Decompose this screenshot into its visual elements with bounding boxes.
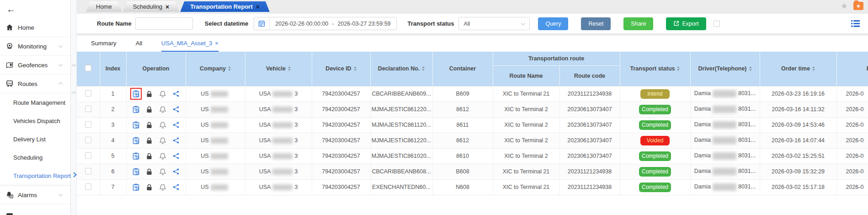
subtab-all[interactable]: All (136, 36, 142, 52)
cell-container: B609 (432, 86, 493, 102)
sort-icon[interactable] (228, 66, 231, 71)
query-button[interactable]: Query (538, 17, 568, 30)
cell-end-truncated: 2026-0 (836, 86, 868, 102)
report-icon[interactable] (132, 105, 140, 113)
sidebar-item-routes[interactable]: Routes (0, 75, 70, 93)
close-icon[interactable]: × (165, 4, 169, 10)
col-header-select[interactable] (77, 52, 100, 86)
lock-icon[interactable] (145, 136, 153, 145)
transport-status-select[interactable]: All (458, 17, 530, 30)
bell-icon[interactable] (159, 152, 166, 160)
report-icon[interactable] (132, 183, 140, 191)
redacted-text (211, 153, 228, 159)
sidebar-item-route-management[interactable]: Route Management (0, 93, 70, 112)
cell-device-id: 794203004257 (312, 148, 370, 164)
sidebar-item-delivery-list[interactable]: Delivery List (0, 130, 70, 148)
report-icon[interactable] (132, 152, 140, 160)
export-button[interactable]: Export (666, 17, 706, 30)
col-header-declaration-no[interactable]: Declaration No. (370, 52, 432, 86)
sidebar-item-vehicles-dispatch[interactable]: Vehicles Dispatch (0, 112, 70, 130)
tab-scheduling[interactable]: Scheduling × (123, 1, 180, 12)
subtab-usa-mia-asset-3[interactable]: USA_MIA_Asset_3 × (161, 36, 218, 52)
row-checkbox[interactable] (85, 106, 91, 112)
lock-icon[interactable] (145, 183, 153, 191)
sort-icon[interactable] (354, 66, 357, 71)
calendar-icon[interactable] (254, 17, 270, 30)
sidebar-item-transportation-report[interactable]: Transportation Report (0, 167, 70, 185)
sidebar-item-home[interactable]: Home (0, 18, 70, 37)
lock-icon[interactable] (145, 90, 153, 98)
share-icon[interactable] (172, 105, 180, 113)
row-checkbox[interactable] (85, 183, 91, 190)
row-checkbox[interactable] (85, 90, 91, 97)
table-row: 5USUSA3794203004257MJMAJESTIC861020...86… (77, 148, 868, 164)
share-icon[interactable] (172, 167, 180, 176)
sidebar-collapse-handle[interactable] (71, 172, 76, 177)
cell-order-time: 2026-03-02 15:17:18 (760, 179, 836, 195)
cell-declaration-no: EXENCHANTEDN60... (370, 179, 432, 195)
col-header-driver[interactable]: Driver(Telephone) (690, 52, 760, 86)
sidebar-item-alarms[interactable]: Alarms (0, 185, 70, 204)
splitter-chevron-down-icon[interactable] (72, 62, 76, 67)
list-view-icon[interactable] (851, 20, 860, 27)
col-header-vehicle[interactable]: Vehicle (245, 52, 312, 86)
splitter-chevron-up-icon[interactable] (72, 91, 76, 96)
row-checkbox[interactable] (85, 137, 91, 143)
sidebar-item-monitoring[interactable]: Monitoring (0, 37, 70, 56)
col-header-transport-status[interactable]: Transport status (620, 52, 690, 86)
subtab-summary[interactable]: Summary (91, 36, 117, 52)
close-icon[interactable]: × (215, 40, 218, 46)
export-label: Export (682, 21, 698, 27)
share-icon[interactable] (172, 121, 180, 129)
col-header-company[interactable]: Company (186, 52, 245, 86)
sidebar-item-geofences[interactable]: Geofences (0, 56, 70, 75)
report-icon[interactable] (132, 121, 140, 129)
bell-icon[interactable] (159, 90, 166, 98)
favorites-folder-icon[interactable]: ★ (853, 2, 863, 10)
sort-icon[interactable] (812, 66, 815, 71)
datetime-range-value[interactable]: 2026-02-26 00:00:00 - 2026-03-27 23:59:5… (270, 21, 396, 27)
back-arrow-icon[interactable]: ← (6, 5, 16, 14)
sort-icon[interactable] (288, 66, 291, 71)
bell-icon[interactable] (159, 183, 166, 191)
star-icon[interactable]: ★ (841, 2, 848, 10)
bell-icon[interactable] (159, 167, 166, 176)
route-name-input[interactable] (135, 17, 193, 30)
lock-icon[interactable] (145, 152, 153, 160)
close-icon[interactable]: × (256, 4, 260, 10)
share-icon[interactable] (172, 90, 180, 98)
lock-icon[interactable] (145, 167, 153, 176)
lock-icon[interactable] (145, 105, 153, 113)
datetime-range-picker[interactable]: 2026-02-26 00:00:00 - 2026-03-27 23:59:5… (254, 17, 396, 30)
reset-button[interactable]: Reset (581, 17, 611, 30)
share-icon[interactable] (172, 152, 180, 160)
report-icon[interactable] (132, 167, 140, 176)
row-checkbox[interactable] (85, 168, 91, 174)
bell-icon[interactable] (159, 136, 166, 145)
share-icon[interactable] (172, 136, 180, 145)
cell-declaration-no: MJMAJESTIC861220... (370, 133, 432, 148)
cell-device-id: 794203004257 (312, 102, 370, 117)
filter-checkbox[interactable] (714, 21, 720, 27)
col-header-device-id[interactable]: Device ID (312, 52, 370, 86)
share-icon[interactable] (172, 183, 180, 191)
cell-operation (126, 179, 186, 195)
share-button[interactable]: Share (623, 17, 653, 30)
row-checkbox[interactable] (85, 121, 91, 128)
tab-home[interactable]: Home (86, 1, 122, 12)
tab-transportation-report[interactable]: Transportation Report × (180, 1, 270, 12)
col-header-order-time[interactable]: Order time (760, 52, 836, 86)
cell-company: US (186, 86, 245, 102)
sort-icon[interactable] (677, 66, 680, 71)
sort-icon[interactable] (749, 66, 752, 71)
row-checkbox[interactable] (85, 152, 91, 159)
bell-icon[interactable] (159, 121, 166, 129)
sidebar-item-scheduling[interactable]: Scheduling (0, 148, 70, 167)
report-icon[interactable] (132, 136, 140, 145)
select-all-checkbox[interactable] (85, 65, 91, 71)
bell-icon[interactable] (159, 105, 166, 113)
sort-icon[interactable] (422, 66, 425, 71)
cell-driver: Damia8031... (690, 164, 760, 179)
lock-icon[interactable] (145, 121, 153, 129)
report-icon annotation-highlight[interactable] (132, 90, 140, 98)
